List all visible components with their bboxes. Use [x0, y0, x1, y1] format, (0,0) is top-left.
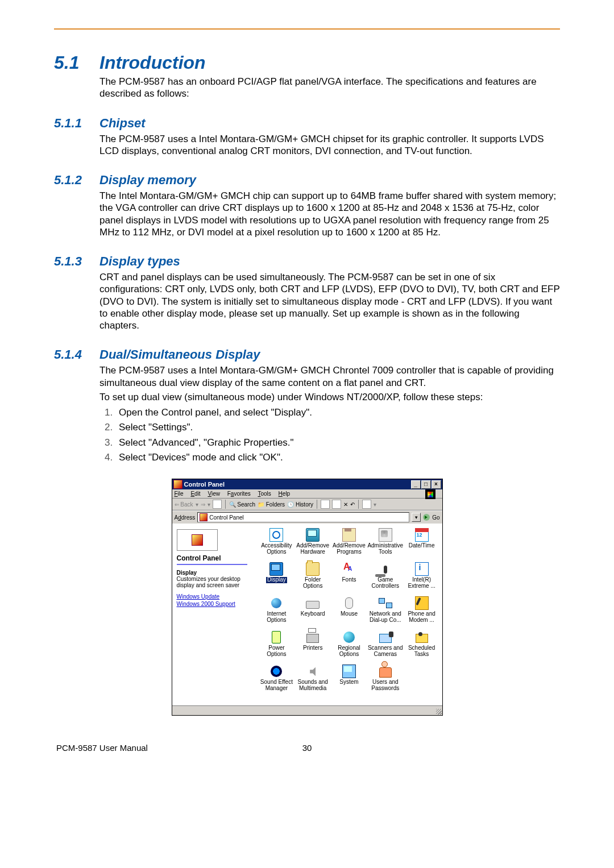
delete-button[interactable]: ✕ [343, 501, 348, 508]
side-panel: Control Panel Display Customizes your de… [172, 524, 252, 705]
mouse-icon [345, 597, 353, 609]
up-button[interactable] [213, 500, 222, 509]
forward-button[interactable]: ⇒ [201, 501, 205, 508]
cp-icon-game-controllers[interactable]: Game Controllers [367, 562, 404, 595]
intel-icon [415, 562, 429, 576]
icon-label: Date/Time [409, 543, 435, 549]
link-windows-2000-support[interactable]: Windows 2000 Support [177, 600, 247, 608]
step-item: Select "Advanced", "Graphic Properties." [115, 435, 560, 450]
cp-icon-display[interactable]: Display [259, 562, 295, 595]
address-bar: Address Control Panel ▼ Go [172, 510, 442, 524]
mon-icon [306, 528, 320, 542]
cp-icon-folder-options[interactable]: Folder Options [294, 562, 331, 595]
scan-icon [379, 634, 392, 643]
cp-icon-phone-and-modem[interactable]: Phone and Modem ... [404, 596, 440, 629]
cp-icon-administrative-tools[interactable]: Administrative Tools [367, 528, 404, 561]
step-item: Select "Settings". [115, 420, 560, 435]
batt-icon [272, 631, 281, 643]
back-button[interactable]: ⇐ Back [175, 501, 193, 508]
icon-label: Regional Options [331, 645, 367, 657]
icon-label: Network and Dial-up Co... [367, 611, 404, 623]
subsection-number: 5.1.4 [54, 347, 99, 362]
icon-label: Sounds and Multimedia [294, 679, 331, 691]
cp-icon-add-remove-hardware[interactable]: Add/Remove Hardware [294, 528, 331, 561]
copyto-icon[interactable] [332, 500, 341, 509]
cp-icon-date-time[interactable]: Date/Time [404, 528, 440, 561]
menu-tools[interactable]: Tools [258, 491, 271, 497]
subsection-title: Display memory [99, 173, 196, 188]
cp-icon-printers[interactable]: Printers [294, 630, 331, 663]
kbd-icon [306, 601, 320, 609]
cp-icon-network-and-dial-up-co[interactable]: Network and Dial-up Co... [367, 596, 404, 629]
sys-icon [342, 665, 356, 678]
icon-label: Printers [303, 645, 322, 651]
subsection-paragraph: The PCM-9587 uses a Intel Montara-GM/GM+… [99, 133, 560, 157]
cp-icon-sound-effect-manager[interactable]: Sound Effect Manager [259, 665, 295, 697]
step-item: Open the Control panel, and select "Disp… [115, 405, 560, 420]
icon-grid: Accessibility OptionsAdd/Remove Hardware… [252, 524, 442, 705]
go-button[interactable]: Go [432, 514, 439, 521]
cp-icon-regional-options[interactable]: Regional Options [331, 630, 367, 663]
moveto-icon[interactable] [321, 500, 330, 509]
icon-label: Add/Remove Programs [331, 543, 367, 555]
icon-label: Fonts [342, 577, 356, 583]
link-windows-update[interactable]: Windows Update [177, 593, 247, 600]
menu-view[interactable]: View [208, 491, 220, 497]
address-label: Address [175, 514, 196, 521]
cp-icon-system[interactable]: System [331, 665, 367, 697]
views-button[interactable] [362, 500, 371, 509]
net-icon [379, 597, 392, 609]
windows-logo-icon [425, 489, 435, 499]
menu-bar: File Edit View Favorites Tools Help [172, 489, 442, 498]
icon-label: Mouse [341, 611, 358, 617]
icon-label: Keyboard [301, 611, 325, 617]
menu-edit[interactable]: Edit [190, 491, 200, 497]
cp-icon-fonts[interactable]: Fonts [331, 562, 367, 595]
address-input[interactable]: Control Panel [197, 512, 409, 522]
history-button[interactable]: 🕓 History [287, 501, 313, 508]
cp-icon-scanners-and-cameras[interactable]: Scanners and Cameras [367, 630, 404, 663]
close-button[interactable]: × [432, 480, 441, 489]
cp-icon-intel-r-extreme[interactable]: Intel(R) Extreme ... [404, 562, 440, 595]
menu-help[interactable]: Help [279, 491, 291, 497]
undo-button[interactable]: ↶ [350, 501, 355, 508]
folder-icon [306, 562, 320, 576]
section-paragraph: The PCM-9587 has an onboard PCI/AGP flat… [99, 76, 560, 100]
icon-label: Internet Options [259, 611, 295, 623]
cp-icon-power-options[interactable]: Power Options [259, 630, 295, 663]
subsection-paragraph: CRT and panel displays can be used simul… [99, 271, 560, 331]
menu-file[interactable]: File [175, 491, 184, 497]
control-panel-icon [173, 480, 182, 489]
maximize-button[interactable]: □ [421, 480, 431, 489]
cp-icon-accessibility-options[interactable]: Accessibility Options [259, 528, 295, 561]
steps-list: Open the Control panel, and select "Disp… [99, 405, 560, 465]
subsection-paragraph: The Intel Montara-GM/GM+ GMCH chip can s… [99, 190, 560, 238]
window-titlebar[interactable]: Control Panel _ □ × [172, 479, 442, 489]
icon-label: Add/Remove Hardware [294, 543, 331, 555]
subsection-number: 5.1.1 [54, 116, 99, 131]
cp-icon-add-remove-programs[interactable]: Add/Remove Programs [331, 528, 367, 561]
search-button[interactable]: 🔍 Search [229, 501, 255, 508]
go-icon [423, 514, 430, 521]
subsection-paragraph: The PCM-9587 uses a Intel Montara-GM/GM+… [99, 364, 560, 389]
cp-icon-mouse[interactable]: Mouse [331, 596, 367, 629]
icon-label: Accessibility Options [259, 543, 295, 555]
cp-icon-scheduled-tasks[interactable]: Scheduled Tasks [404, 630, 440, 663]
cp-icon-users-and-passwords[interactable]: Users and Passwords [367, 665, 404, 697]
icon-label: Users and Passwords [367, 679, 404, 691]
phone-icon [415, 596, 429, 610]
status-bar [172, 705, 442, 715]
cp-icon-internet-options[interactable]: Internet Options [259, 596, 295, 629]
menu-favorites[interactable]: Favorites [227, 491, 251, 497]
icon-label: Phone and Modem ... [404, 611, 440, 623]
icon-label: System [339, 679, 358, 686]
cp-icon-sounds-and-multimedia[interactable]: Sounds and Multimedia [294, 665, 331, 697]
control-panel-window: Control Panel _ □ × File Edit View Favor… [172, 479, 443, 716]
cp-icon-keyboard[interactable]: Keyboard [294, 596, 331, 629]
minimize-button[interactable]: _ [411, 480, 421, 489]
address-dropdown-button[interactable]: ▼ [412, 513, 421, 522]
tools-icon [379, 528, 392, 542]
icon-label: Intel(R) Extreme ... [404, 577, 440, 589]
spk-icon [310, 667, 316, 676]
folders-button[interactable]: 📁 Folders [258, 501, 285, 508]
